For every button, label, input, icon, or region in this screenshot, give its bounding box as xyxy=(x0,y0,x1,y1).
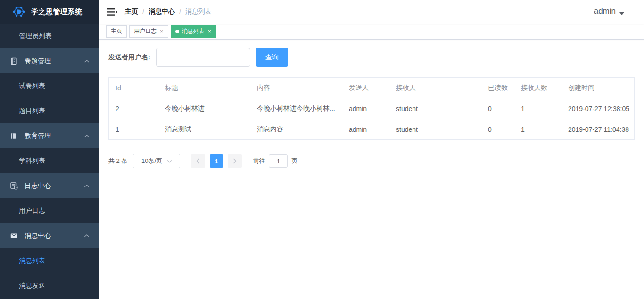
column-header-read-count: 已读数 xyxy=(481,78,514,98)
message-icon xyxy=(9,232,18,240)
page-content: 发送者用户名: 查询 Id 标题 内容 发送人 接收人 xyxy=(99,40,644,299)
breadcrumb-separator: / xyxy=(142,8,144,16)
close-icon[interactable]: × xyxy=(160,28,164,34)
navbar: 主页 / 消息中心 / 消息列表 admin xyxy=(99,0,644,24)
chevron-down-icon xyxy=(167,160,172,163)
sidebar-item-message-list[interactable]: 消息列表 xyxy=(0,248,99,273)
sidebar-item-label: 学科列表 xyxy=(19,157,45,165)
goto-page-input[interactable] xyxy=(269,154,288,168)
goto-suffix-label: 页 xyxy=(291,157,297,165)
column-header-title: 标题 xyxy=(158,78,250,98)
column-header-id: Id xyxy=(109,78,158,98)
table-row: 1 消息测试 消息内容 admin student 0 1 2019-07-27… xyxy=(109,119,635,140)
page-size-select[interactable]: 10条/页 xyxy=(133,154,180,168)
prev-page-button[interactable] xyxy=(191,154,205,168)
column-header-receiver: 接收人 xyxy=(389,78,481,98)
cell-create-time: 2019-07-27 12:38:05 xyxy=(561,98,635,119)
query-button[interactable]: 查询 xyxy=(256,48,288,67)
pagination-jumper: 前往 页 xyxy=(253,154,297,168)
cell-content: 今晚小树林进今晚小树林... xyxy=(250,98,342,119)
log-icon xyxy=(9,182,18,190)
breadcrumb: 主页 / 消息中心 / 消息列表 xyxy=(125,8,212,16)
exam-document-icon xyxy=(9,57,18,65)
sidebar-group-label: 卷题管理 xyxy=(25,57,51,65)
sidebar-group-education-management[interactable]: 教育管理 xyxy=(0,123,99,148)
sidebar-item-label: 试卷列表 xyxy=(19,82,45,90)
chevron-right-icon xyxy=(233,158,237,164)
breadcrumb-home[interactable]: 主页 xyxy=(125,8,138,16)
sidebar: 学之思管理系统 管理员列表 卷题管理 试卷列表 题目列表 xyxy=(0,0,99,299)
sidebar-item-paper-list[interactable]: 试卷列表 xyxy=(0,73,99,98)
column-header-create-time: 创建时间 xyxy=(561,78,635,98)
sidebar-group-message-center[interactable]: 消息中心 xyxy=(0,223,99,248)
close-icon[interactable]: × xyxy=(208,28,212,34)
chevron-up-icon xyxy=(84,134,90,138)
column-header-receive-count: 接收人数 xyxy=(514,78,561,98)
tags-view-bar: 主页 用户日志 × 消息列表 × xyxy=(99,24,644,40)
tab-label: 主页 xyxy=(111,27,122,35)
page-size-value: 10条/页 xyxy=(141,157,162,165)
chevron-up-icon xyxy=(84,234,90,238)
sidebar-item-question-list[interactable]: 题目列表 xyxy=(0,98,99,123)
table-header-row: Id 标题 内容 发送人 接收人 已读数 接收人数 创建时间 xyxy=(109,78,635,98)
sidebar-group-label: 教育管理 xyxy=(25,132,51,140)
cell-create-time: 2019-07-27 11:04:38 xyxy=(561,119,635,140)
user-dropdown[interactable]: admin xyxy=(594,7,636,17)
app-title: 学之思管理系统 xyxy=(31,8,83,16)
tab-label: 消息列表 xyxy=(182,27,205,35)
cell-receive-count: 1 xyxy=(514,98,561,119)
cell-id: 2 xyxy=(109,98,158,119)
table-row: 2 今晚小树林进 今晚小树林进今晚小树林... admin student 0 … xyxy=(109,98,635,119)
cell-receive-count: 1 xyxy=(514,119,561,140)
sidebar-group-label: 消息中心 xyxy=(25,232,51,240)
app-root: 学之思管理系统 管理员列表 卷题管理 试卷列表 题目列表 xyxy=(0,0,644,299)
cell-receiver: student xyxy=(389,119,481,140)
column-header-content: 内容 xyxy=(250,78,342,98)
sidebar-item-admin-list[interactable]: 管理员列表 xyxy=(0,24,99,48)
search-form: 发送者用户名: 查询 xyxy=(108,48,635,67)
sidebar-item-message-send[interactable]: 消息发送 xyxy=(0,273,99,298)
sidebar-group-label: 日志中心 xyxy=(25,182,51,190)
sidebar-item-subject-list[interactable]: 学科列表 xyxy=(0,148,99,173)
sidebar-group-exam-management[interactable]: 卷题管理 xyxy=(0,48,99,73)
tab-user-log[interactable]: 用户日志 × xyxy=(129,25,168,38)
next-page-button[interactable] xyxy=(228,154,242,168)
sender-username-label: 发送者用户名: xyxy=(108,53,150,62)
app-logo[interactable]: 学之思管理系统 xyxy=(0,0,99,24)
column-header-sender: 发送人 xyxy=(342,78,389,98)
cell-content: 消息内容 xyxy=(250,119,342,140)
cell-read-count: 0 xyxy=(481,119,514,140)
chevron-left-icon xyxy=(196,158,200,164)
cell-title: 消息测试 xyxy=(158,119,250,140)
logo-hexagon-icon xyxy=(12,5,25,18)
cell-receiver: student xyxy=(389,98,481,119)
sidebar-group-log-center[interactable]: 日志中心 xyxy=(0,173,99,198)
tab-label: 用户日志 xyxy=(134,27,157,35)
sidebar-item-label: 消息列表 xyxy=(19,257,45,265)
cell-title: 今晚小树林进 xyxy=(158,98,250,119)
sidebar-item-label: 消息发送 xyxy=(19,282,45,290)
sidebar-item-label: 题目列表 xyxy=(19,107,45,115)
cell-read-count: 0 xyxy=(481,98,514,119)
education-book-icon xyxy=(9,132,18,140)
tab-message-list[interactable]: 消息列表 × xyxy=(171,25,216,38)
messages-table: Id 标题 内容 发送人 接收人 已读数 接收人数 创建时间 2 今晚小树林进 xyxy=(108,77,635,140)
pagination-total: 共 2 条 xyxy=(108,157,127,165)
tab-home[interactable]: 主页 xyxy=(106,25,127,38)
cell-sender: admin xyxy=(342,98,389,119)
chevron-up-icon xyxy=(84,184,90,188)
breadcrumb-section[interactable]: 消息中心 xyxy=(149,8,175,16)
cell-sender: admin xyxy=(342,119,389,140)
chevron-up-icon xyxy=(84,59,90,63)
breadcrumb-current: 消息列表 xyxy=(185,8,212,16)
goto-label: 前往 xyxy=(253,157,265,165)
collapse-sidebar-icon[interactable] xyxy=(107,8,117,16)
sender-username-input[interactable] xyxy=(156,48,250,67)
main-area: 主页 / 消息中心 / 消息列表 admin 主页 用户日志 × 消息列表 xyxy=(99,0,644,299)
username-label: admin xyxy=(594,7,616,16)
caret-down-icon xyxy=(619,12,624,17)
sidebar-item-user-log[interactable]: 用户日志 xyxy=(0,198,99,223)
page-number-1[interactable]: 1 xyxy=(210,154,223,168)
active-tab-dot xyxy=(175,30,179,33)
pagination: 共 2 条 10条/页 1 前往 页 xyxy=(108,154,635,168)
